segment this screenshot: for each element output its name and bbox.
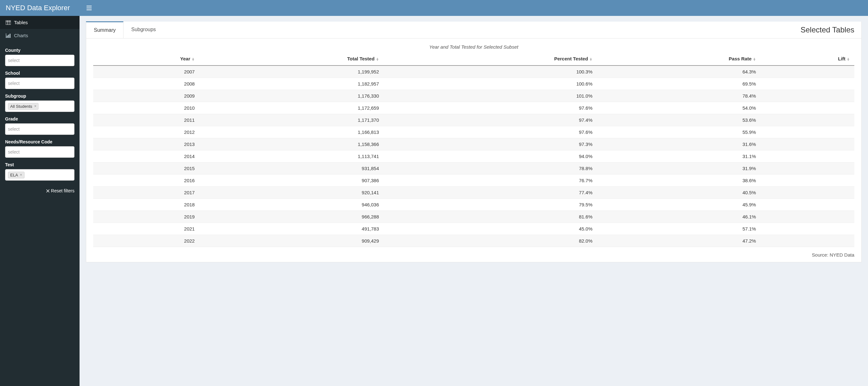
cell-percent: 77.4% (383, 187, 597, 199)
cell-percent: 94.0% (383, 151, 597, 162)
data-table: Year▲▼ Total Tested▲▼ Percent Tested▲▼ P… (93, 53, 854, 247)
cell-year: 2018 (93, 199, 199, 211)
cell-year: 2019 (93, 211, 199, 223)
cell-year: 2009 (93, 90, 199, 102)
cell-year: 2007 (93, 65, 199, 78)
subgroup-select[interactable]: All Students× (5, 100, 74, 112)
table-row: 20121,166,81397.6%55.9% (93, 126, 854, 138)
svg-rect-3 (6, 20, 11, 25)
cell-total: 1,176,330 (199, 90, 383, 102)
cell-percent: 97.4% (383, 114, 597, 126)
cell-year: 2015 (93, 162, 199, 174)
sort-icon: ▲▼ (376, 58, 379, 61)
sidebar-item-label: Tables (14, 20, 28, 25)
svg-rect-1 (87, 8, 92, 8)
cell-pass: 53.6% (597, 114, 761, 126)
column-header-year[interactable]: Year▲▼ (93, 53, 199, 65)
cell-lift (761, 114, 854, 126)
cell-total: 491,783 (199, 223, 383, 235)
cell-pass: 31.1% (597, 151, 761, 162)
cell-lift (761, 90, 854, 102)
sidebar-item-tables[interactable]: Tables (0, 16, 80, 29)
tab-subgroups[interactable]: Subgroups (123, 22, 163, 38)
cell-year: 2008 (93, 78, 199, 90)
svg-rect-10 (8, 35, 9, 37)
table-row: 20131,158,36697.3%31.6% (93, 138, 854, 151)
cell-total: 931,854 (199, 162, 383, 174)
cell-year: 2010 (93, 102, 199, 114)
table-row: 20141,113,74194.0%31.1% (93, 151, 854, 162)
filter-label-county: County (5, 48, 74, 53)
cell-lift (761, 102, 854, 114)
svg-rect-9 (7, 36, 8, 37)
cell-total: 966,288 (199, 211, 383, 223)
cell-total: 909,429 (199, 235, 383, 247)
tag-remove-icon[interactable]: × (20, 173, 22, 177)
bar-chart-icon (6, 33, 11, 38)
needs-select[interactable]: select (5, 146, 74, 158)
county-select[interactable]: select (5, 55, 74, 66)
cell-lift (761, 223, 854, 235)
cell-lift (761, 235, 854, 247)
column-header-percent-tested[interactable]: Percent Tested▲▼ (383, 53, 597, 65)
filter-group-test: TestELA× (5, 162, 74, 181)
sort-icon: ▲▼ (753, 58, 756, 61)
cell-pass: 54.0% (597, 102, 761, 114)
test-select[interactable]: ELA× (5, 169, 74, 181)
filter-label-test: Test (5, 162, 74, 167)
cell-lift (761, 65, 854, 78)
cell-lift (761, 78, 854, 90)
svg-rect-11 (9, 34, 10, 37)
table-row: 2019966,28881.6%46.1% (93, 211, 854, 223)
cell-pass: 64.3% (597, 65, 761, 78)
cell-year: 2013 (93, 138, 199, 151)
card-title: Selected Tables (801, 26, 861, 34)
filter-label-school: School (5, 71, 74, 76)
cell-percent: 101.0% (383, 90, 597, 102)
table-row: 20101,172,65997.6%54.0% (93, 102, 854, 114)
sidebar-item-charts[interactable]: Charts (0, 29, 80, 42)
sort-icon: ▲▼ (191, 58, 195, 61)
cell-percent: 45.0% (383, 223, 597, 235)
cell-lift (761, 211, 854, 223)
cell-year: 2014 (93, 151, 199, 162)
cell-percent: 78.8% (383, 162, 597, 174)
cell-total: 920,141 (199, 187, 383, 199)
table-caption: Year and Total Tested for Selected Subse… (93, 44, 854, 50)
tag-subgroup: All Students× (8, 103, 38, 110)
cell-pass: 31.6% (597, 138, 761, 151)
table-row: 20091,176,330101.0%78.4% (93, 90, 854, 102)
cell-lift (761, 138, 854, 151)
sort-icon: ▲▼ (589, 58, 592, 61)
app-brand[interactable]: NYED Data Explorer (0, 0, 80, 16)
close-icon (46, 189, 50, 193)
filter-label-needs: Needs/Resource Code (5, 139, 74, 144)
filter-group-school: Schoolselect (5, 71, 74, 89)
cell-lift (761, 162, 854, 174)
sidebar-toggle-button[interactable] (83, 4, 95, 12)
cell-percent: 97.6% (383, 126, 597, 138)
cell-year: 2022 (93, 235, 199, 247)
cell-total: 1,199,952 (199, 65, 383, 78)
column-header-total-tested[interactable]: Total Tested▲▼ (199, 53, 383, 65)
cell-pass: 57.1% (597, 223, 761, 235)
main-content: Summary Subgroups Selected Tables Year a… (80, 16, 868, 386)
reset-filters-button[interactable]: Reset filters (46, 188, 74, 193)
results-card: Summary Subgroups Selected Tables Year a… (86, 22, 862, 262)
column-header-pass-rate[interactable]: Pass Rate▲▼ (597, 53, 761, 65)
school-select[interactable]: select (5, 77, 74, 89)
cell-percent: 97.6% (383, 102, 597, 114)
tab-summary[interactable]: Summary (86, 21, 123, 38)
cell-total: 1,171,370 (199, 114, 383, 126)
cell-year: 2012 (93, 126, 199, 138)
column-header-lift[interactable]: Lift▲▼ (761, 53, 854, 65)
grade-select[interactable]: select (5, 123, 74, 135)
tag-remove-icon[interactable]: × (34, 104, 36, 108)
cell-lift (761, 151, 854, 162)
cell-pass: 69.5% (597, 78, 761, 90)
tag-label: ELA (10, 173, 18, 178)
cell-pass: 31.9% (597, 162, 761, 174)
sort-icon: ▲▼ (847, 58, 850, 61)
tag-test: ELA× (8, 172, 25, 179)
cell-total: 946,036 (199, 199, 383, 211)
